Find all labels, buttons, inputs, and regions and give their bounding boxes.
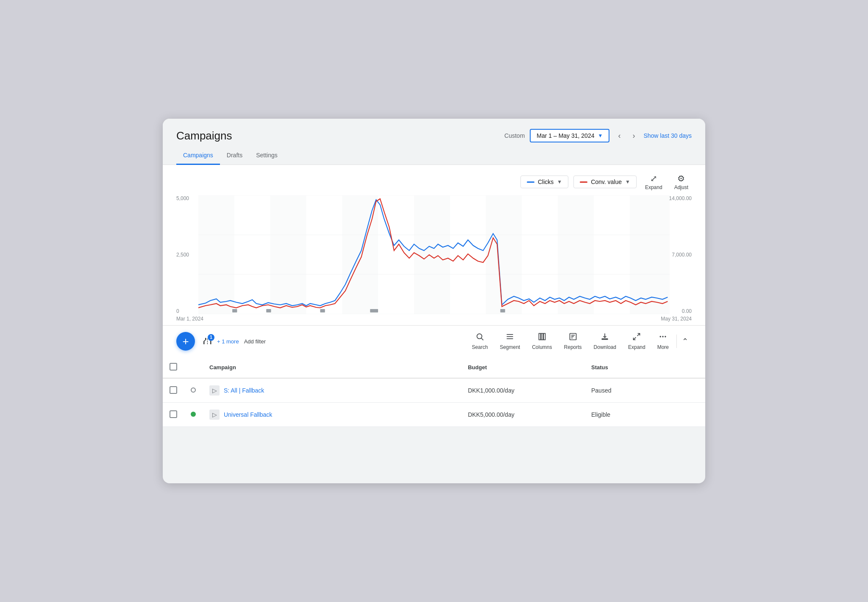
adjust-label: Adjust xyxy=(674,184,688,190)
chart-controls: Clicks ▼ Conv. value ▼ ⤢ Expand ⚙ Adjust xyxy=(176,172,692,192)
table-expand-button[interactable]: Expand xyxy=(622,330,651,353)
svg-rect-12 xyxy=(486,195,522,314)
svg-rect-4 xyxy=(198,195,234,314)
toolbar-divider xyxy=(676,334,677,348)
filter-badge: 1 xyxy=(208,334,214,341)
more-action-button[interactable]: More xyxy=(651,330,675,353)
table-header: Campaign Budget Status xyxy=(163,357,705,378)
table-body: ▷ S: All | Fallback DKK1,000.00/day Paus… xyxy=(163,378,705,427)
search-action-button[interactable]: Search xyxy=(466,330,494,353)
svg-rect-11 xyxy=(450,195,486,314)
row2-campaign-link[interactable]: Universal Fallback xyxy=(224,411,272,418)
show-last-30-button[interactable]: Show last 30 days xyxy=(643,132,692,139)
download-icon xyxy=(601,332,609,343)
svg-rect-26 xyxy=(507,338,513,339)
date-picker[interactable]: Mar 1 – May 31, 2024 ▼ xyxy=(530,129,609,142)
th-campaign: Campaign xyxy=(203,357,461,378)
svg-rect-10 xyxy=(414,195,450,314)
chart-expand-button[interactable]: ⤢ Expand xyxy=(642,172,666,192)
svg-rect-18 xyxy=(266,309,271,312)
add-filter-button[interactable]: Add filter xyxy=(244,338,266,345)
table-row: ▷ Universal Fallback DKK5,000.00/day Eli… xyxy=(163,403,705,427)
chart-adjust-button[interactable]: ⚙ Adjust xyxy=(671,172,692,192)
expand-label: Expand xyxy=(645,184,662,190)
reports-action-button[interactable]: Reports xyxy=(558,330,588,353)
th-budget: Budget xyxy=(461,357,584,378)
chart-svg xyxy=(198,195,670,314)
date-range-text: Mar 1 – May 31, 2024 xyxy=(537,132,594,139)
svg-rect-28 xyxy=(541,334,543,340)
toolbar: + ⛙ 1 + 1 more Add filter Search xyxy=(163,325,705,357)
svg-rect-7 xyxy=(306,195,342,314)
conv-value-metric-button[interactable]: Conv. value ▼ xyxy=(573,176,637,188)
y-left-mid: 2,500 xyxy=(176,252,189,258)
svg-rect-29 xyxy=(543,334,545,340)
svg-rect-34 xyxy=(602,338,608,340)
y-right-bot: 0.00 xyxy=(669,308,692,314)
svg-rect-5 xyxy=(234,195,270,314)
svg-rect-9 xyxy=(378,195,414,314)
clicks-line-icon xyxy=(527,181,534,183)
row1-campaign-link[interactable]: S: All | Fallback xyxy=(224,387,264,394)
tab-settings[interactable]: Settings xyxy=(249,147,284,165)
collapse-chart-button[interactable]: ⌃ xyxy=(679,335,692,348)
segment-label: Segment xyxy=(500,344,520,350)
more-filters-button[interactable]: + 1 more xyxy=(217,338,239,345)
header: Campaigns Custom Mar 1 – May 31, 2024 ▼ … xyxy=(163,119,705,147)
tab-campaigns[interactable]: Campaigns xyxy=(176,147,220,165)
row1-budget-cell: DKK1,000.00/day xyxy=(461,378,584,403)
row2-checkbox[interactable] xyxy=(170,410,177,418)
chart-full-area: 5,000 2,500 0 xyxy=(176,195,692,314)
row1-campaign-cell: ▷ S: All | Fallback xyxy=(203,378,461,403)
conv-dropdown-icon: ▼ xyxy=(625,179,630,185)
svg-point-39 xyxy=(665,336,666,337)
header-right: Custom Mar 1 – May 31, 2024 ▼ ‹ › Show l… xyxy=(504,129,692,142)
svg-line-23 xyxy=(481,338,484,340)
search-label: Search xyxy=(472,344,488,350)
svg-rect-17 xyxy=(232,309,237,312)
select-all-checkbox[interactable] xyxy=(170,363,177,371)
campaigns-table: Campaign Budget Status ▷ S: All | xyxy=(163,357,705,427)
columns-action-button[interactable]: Columns xyxy=(526,330,558,353)
columns-label: Columns xyxy=(532,344,552,350)
chart-dates: Mar 1, 2024 May 31, 2024 xyxy=(176,314,692,325)
svg-rect-27 xyxy=(539,334,540,340)
table-expand-icon xyxy=(632,332,641,343)
svg-rect-21 xyxy=(500,309,505,312)
next-period-button[interactable]: › xyxy=(629,130,638,142)
more-label: More xyxy=(657,344,669,350)
filter-icon-wrap: ⛙ 1 xyxy=(203,337,212,346)
more-icon xyxy=(659,332,667,343)
th-status: Status xyxy=(584,357,705,378)
clicks-metric-button[interactable]: Clicks ▼ xyxy=(520,176,568,188)
segment-action-button[interactable]: Segment xyxy=(494,330,526,353)
custom-label: Custom xyxy=(504,132,525,139)
add-campaign-button[interactable]: + xyxy=(176,332,195,351)
search-icon xyxy=(476,332,484,343)
expand-label: Expand xyxy=(628,344,645,350)
svg-rect-24 xyxy=(507,334,513,335)
svg-rect-25 xyxy=(507,336,513,337)
th-dot xyxy=(184,357,203,378)
row1-status-dot xyxy=(191,387,196,393)
tab-drafts[interactable]: Drafts xyxy=(220,147,249,165)
row1-checkbox-cell xyxy=(163,378,184,403)
svg-line-36 xyxy=(634,337,636,340)
svg-rect-8 xyxy=(342,195,378,314)
expand-icon: ⤢ xyxy=(650,173,657,184)
download-action-button[interactable]: Download xyxy=(588,330,622,353)
svg-rect-15 xyxy=(594,195,630,314)
prev-period-button[interactable]: ‹ xyxy=(615,130,624,142)
row2-dot-cell xyxy=(184,403,203,427)
svg-rect-16 xyxy=(630,195,670,314)
filter-area: ⛙ 1 + 1 more Add filter xyxy=(203,337,466,346)
segment-icon xyxy=(506,332,514,343)
svg-rect-20 xyxy=(370,309,378,312)
svg-rect-6 xyxy=(270,195,306,314)
svg-rect-19 xyxy=(320,309,325,312)
row1-checkbox[interactable] xyxy=(170,386,177,394)
svg-point-22 xyxy=(477,334,482,339)
svg-line-35 xyxy=(637,334,640,336)
clicks-label: Clicks xyxy=(538,178,554,185)
download-label: Download xyxy=(594,344,616,350)
